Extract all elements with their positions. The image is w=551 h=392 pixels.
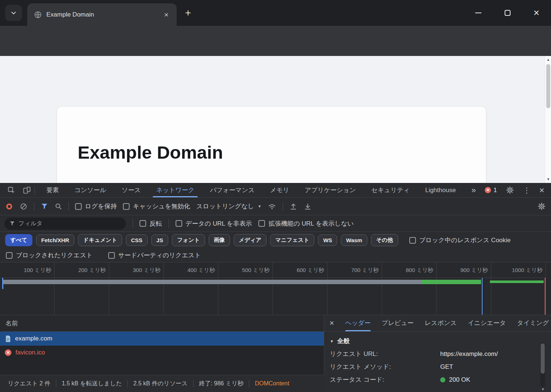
tab-console[interactable]: コンソール xyxy=(67,183,114,197)
detail-field-row: ステータス コード: 200 OK xyxy=(324,373,551,386)
scroll-up-icon[interactable]: ▲ xyxy=(545,58,551,61)
maximize-icon xyxy=(505,10,511,16)
tab-sources[interactable]: ソース xyxy=(114,183,149,197)
chip-js[interactable]: JS xyxy=(151,234,168,246)
chip-fetch-xhr[interactable]: Fetch/XHR xyxy=(36,234,74,246)
blocked-cookies-checkbox[interactable]: ブロック中のレスポンス Cookie xyxy=(409,236,511,244)
device-toolbar-icon[interactable] xyxy=(19,183,35,197)
tab-lighthouse[interactable]: Lighthouse xyxy=(417,183,463,197)
error-icon: ✕ xyxy=(5,349,11,356)
tab-elements[interactable]: 要素 xyxy=(39,183,67,197)
tab-network[interactable]: ネットワーク xyxy=(148,183,202,197)
chip-other[interactable]: その他 xyxy=(371,234,398,246)
chip-css[interactable]: CSS xyxy=(126,234,148,246)
chip-image[interactable]: 画像 xyxy=(209,234,230,246)
error-badge[interactable]: ✕ 1 xyxy=(485,187,497,194)
hide-data-urls-checkbox[interactable]: データの URL を非表示 xyxy=(176,219,252,228)
scrollbar-thumb[interactable] xyxy=(541,343,545,374)
request-waterfall-bar-waiting xyxy=(3,280,421,284)
requests-table: example.com ✕ favicon.ico xyxy=(0,332,324,375)
details-close-icon[interactable]: × xyxy=(329,319,334,327)
request-name: favicon.ico xyxy=(15,349,45,356)
tab-headers[interactable]: ヘッダー xyxy=(345,315,371,331)
chip-font[interactable]: フォント xyxy=(172,234,205,246)
chip-document[interactable]: ドキュメント xyxy=(78,234,122,246)
network-settings-gear-icon[interactable] xyxy=(537,202,546,211)
table-row[interactable]: example.com xyxy=(0,332,324,346)
tick-label: 500 ミリ秒 xyxy=(218,262,273,278)
preserve-log-checkbox[interactable]: ログを保持 xyxy=(75,202,117,211)
third-party-requests-checkbox[interactable]: サードパーティのリクエスト xyxy=(108,251,201,259)
name-column-header[interactable]: 名前 xyxy=(6,319,18,328)
browser-tab[interactable]: Example Domain × xyxy=(27,3,177,26)
window-minimize-button[interactable] xyxy=(464,0,493,26)
page-scrollbar[interactable]: ▲ ▼ xyxy=(545,56,551,183)
tick-label: 400 ミリ秒 xyxy=(164,262,218,278)
scroll-down-icon[interactable]: ▼ xyxy=(545,177,551,181)
disable-cache-checkbox[interactable]: キャッシュを無効化 xyxy=(123,202,190,211)
divider xyxy=(133,219,133,228)
filter-input-pill[interactable] xyxy=(4,218,126,230)
devtools-close-icon[interactable]: × xyxy=(539,186,544,195)
invert-label: 反転 xyxy=(149,219,162,228)
third-party-requests-label: サードパーティのリクエスト xyxy=(118,251,201,259)
tab-title: Example Domain xyxy=(46,11,157,18)
chip-media[interactable]: メディア xyxy=(234,234,266,246)
devtools-menu-icon[interactable]: ⋮ xyxy=(523,186,530,195)
tab-close-icon[interactable]: × xyxy=(161,10,172,20)
tab-initiator[interactable]: イニシエータ xyxy=(468,315,506,331)
scroll-down-icon[interactable]: ▼ xyxy=(541,387,545,391)
scrollbar-thumb[interactable] xyxy=(546,64,550,108)
more-tabs-icon[interactable]: » xyxy=(471,186,476,194)
hide-extension-urls-checkbox[interactable]: 拡張機能の URL を表示しない xyxy=(258,219,354,228)
window-close-button[interactable]: × xyxy=(522,0,551,26)
details-tabbar: × ヘッダー プレビュー レスポンス イニシエータ タイミング xyxy=(324,315,551,332)
record-button[interactable] xyxy=(5,202,13,211)
tab-performance[interactable]: パフォーマンス xyxy=(202,183,262,197)
checkbox-icon xyxy=(409,237,416,244)
tab-response[interactable]: レスポンス xyxy=(425,315,457,331)
clear-button[interactable] xyxy=(20,202,28,211)
chip-ws[interactable]: WS xyxy=(318,234,337,246)
blocked-requests-checkbox[interactable]: ブロックされたリクエスト xyxy=(6,251,93,259)
invert-checkbox[interactable]: 反転 xyxy=(139,219,162,228)
detail-field-row: リクエスト URL: https://example.com/ xyxy=(324,347,551,360)
import-har-icon[interactable] xyxy=(289,202,297,211)
network-overview-timeline[interactable]: 100 ミリ秒 200 ミリ秒 300 ミリ秒 400 ミリ秒 500 ミリ秒 … xyxy=(0,262,551,315)
tab-application[interactable]: アプリケーション xyxy=(297,183,364,197)
tab-security[interactable]: セキュリティ xyxy=(364,183,417,197)
new-tab-button[interactable]: + xyxy=(181,6,195,20)
export-har-icon[interactable] xyxy=(304,202,312,211)
tab-preview[interactable]: プレビュー xyxy=(382,315,414,331)
checkbox-icon xyxy=(123,203,130,210)
error-icon: ✕ xyxy=(485,187,491,193)
minimize-icon xyxy=(475,13,481,13)
request-details-panel: × ヘッダー プレビュー レスポンス イニシエータ タイミング ▼ 全般 リクエ… xyxy=(324,315,551,392)
throttling-dropdown[interactable]: スロットリングなし ▼ xyxy=(197,202,262,211)
general-section-header[interactable]: ▼ 全般 xyxy=(324,335,551,347)
inspect-element-icon[interactable] xyxy=(4,183,19,197)
tick-label: 600 ミリ秒 xyxy=(273,262,327,278)
details-scrollbar[interactable] xyxy=(540,343,545,387)
close-icon: × xyxy=(534,8,540,18)
field-label: リクエスト メソッド: xyxy=(330,363,440,371)
filter-input[interactable] xyxy=(18,220,121,227)
tab-search-button[interactable] xyxy=(5,5,22,21)
chip-all[interactable]: すべて xyxy=(5,234,32,246)
chip-wasm[interactable]: Wasm xyxy=(341,234,367,246)
globe-icon xyxy=(34,11,42,19)
tab-timing[interactable]: タイミング xyxy=(517,315,549,331)
filter-toggle-icon[interactable] xyxy=(40,202,48,210)
requests-table-header[interactable]: 名前 xyxy=(0,315,324,332)
tab-memory[interactable]: メモリ xyxy=(262,183,297,197)
chip-manifest[interactable]: マニフェスト xyxy=(270,234,314,246)
general-section-label: 全般 xyxy=(337,337,350,345)
hide-extension-urls-label: 拡張機能の URL を表示しない xyxy=(268,219,354,228)
devtools-panel: 要素 コンソール ソース ネットワーク パフォーマンス メモリ アプリケーション… xyxy=(0,183,551,392)
checkbox-icon xyxy=(75,203,82,210)
network-conditions-icon[interactable] xyxy=(268,202,276,211)
search-icon[interactable] xyxy=(54,202,62,210)
window-maximize-button[interactable] xyxy=(493,0,522,26)
settings-gear-icon[interactable] xyxy=(506,186,514,194)
table-row[interactable]: ✕ favicon.ico xyxy=(0,346,324,360)
